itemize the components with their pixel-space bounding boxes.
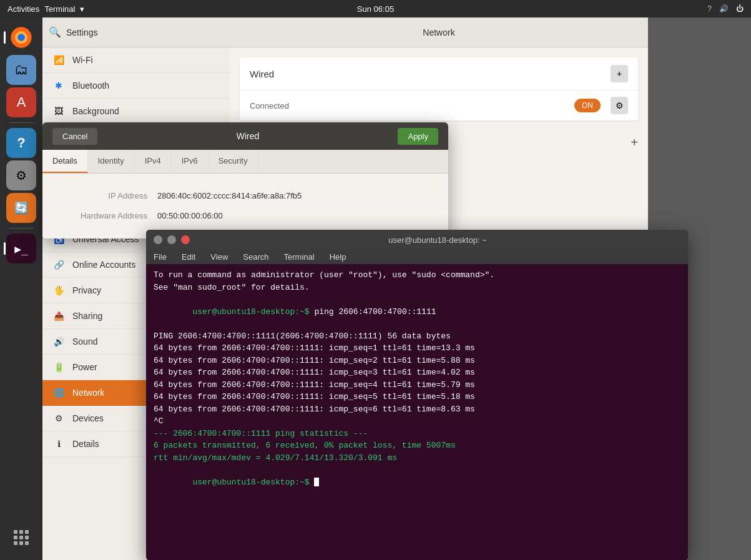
power-icon[interactable]: ⏻ [736, 4, 744, 13]
tab-ipv4[interactable]: IPv4 [135, 150, 172, 173]
power-label: Power [72, 362, 97, 372]
terminal-cursor [314, 478, 319, 486]
desktop: 🗂 A ? ⚙ 🔄 ▶_ [0, 17, 751, 560]
wired-status: Connected [250, 101, 289, 111]
terminal-ping-1: 64 bytes from 2606:4700:4700::1111: icmp… [154, 342, 680, 355]
dock-item-firefox[interactable] [6, 22, 36, 52]
dock-item-settings[interactable]: ⚙ [6, 160, 36, 190]
network-header: Network [230, 17, 648, 47]
terminal-menu: File Edit View Search Terminal Help [146, 250, 688, 264]
wired-toggle[interactable]: ON [574, 99, 601, 112]
terminal-ping-header: PING 2606:4700:4700::1111(2606:4700:4700… [154, 330, 680, 343]
dock-item-updates[interactable]: 🔄 [6, 193, 36, 223]
help-icon[interactable]: ? [707, 4, 712, 13]
network-label: Network [72, 388, 104, 398]
dock-separator-2 [9, 228, 34, 228]
terminal-menu-search[interactable]: Search [240, 251, 271, 263]
terminal-command-line: user@ubuntu18-desktop:~$ ping 2606:4700:… [154, 293, 680, 330]
network-title: Network [423, 27, 454, 37]
dock-apps-button[interactable] [6, 523, 36, 553]
hardware-address-value: 00:50:00:00:06:00 [157, 211, 223, 220]
tab-ipv6[interactable]: IPv6 [172, 150, 209, 173]
tab-identity[interactable]: Identity [88, 150, 135, 173]
settings-item-bluetooth[interactable]: ✱ Bluetooth [42, 73, 230, 99]
dock-item-help[interactable]: ? [6, 128, 36, 158]
wifi-icon: 📶 [52, 54, 65, 66]
terminal-menu-edit[interactable]: Edit [179, 251, 198, 263]
terminal-ctrl-c: ^C [154, 415, 680, 428]
wired-section: Wired + Connected ON ⚙ [240, 57, 638, 120]
terminal-menu-help[interactable]: Help [327, 251, 349, 263]
online-label: Online Accounts [72, 260, 135, 270]
clock: Sun 06:05 [357, 4, 394, 14]
terminal-dropdown-icon[interactable]: ▾ [80, 4, 84, 14]
settings-item-background[interactable]: 🖼 Background [42, 99, 230, 124]
top-bar: Activities Terminal ▾ Sun 06:05 ? 🔊 ⏻ [0, 0, 751, 17]
dock-separator-1 [9, 122, 34, 123]
background-label: Background [72, 106, 119, 116]
terminal-sudo-note: To run a command as administrator (user … [154, 269, 680, 282]
settings-header: 🔍 Settings [42, 17, 230, 47]
terminal-final-prompt: user@ubuntu18-desktop:~$ [192, 478, 309, 487]
details-label: Details [72, 439, 99, 449]
settings-search-icon[interactable]: 🔍 [49, 26, 61, 38]
wired-section-title: Wired [250, 69, 274, 79]
terminal-close-button[interactable] [181, 235, 190, 244]
top-bar-left: Activities Terminal ▾ [7, 4, 84, 14]
sharing-label: Sharing [72, 311, 102, 321]
terminal-menu-view[interactable]: View [208, 251, 230, 263]
dock-item-appstore[interactable]: A [6, 87, 36, 117]
dialog-content: IP Address 2806:40c:6002:cccc:8414:a6fe:… [42, 174, 448, 238]
terminal-menu-file[interactable]: File [151, 251, 169, 263]
terminal-label[interactable]: Terminal [44, 4, 75, 14]
terminal-ping-5: 64 bytes from 2606:4700:4700::1111: icmp… [154, 391, 680, 403]
dialog-tabs: Details Identity IPv4 IPv6 Security [42, 150, 448, 174]
wired-add-button[interactable]: + [611, 65, 628, 82]
power-icon-si: 🔋 [52, 361, 65, 373]
wired-header: Wired + [240, 57, 638, 91]
wired-status-row: Connected ON ⚙ [240, 91, 638, 120]
online-icon: 🔗 [52, 258, 65, 271]
devices-icon: ⚙ [52, 412, 65, 425]
terminal-final-prompt-line: user@ubuntu18-desktop:~$ [154, 464, 680, 501]
bluetooth-label: Bluetooth [72, 81, 109, 91]
ip-address-label: IP Address [57, 191, 157, 200]
privacy-icon: 🖐 [52, 284, 65, 297]
ip-address-value: 2806:40c:6002:cccc:8414:a6fe:a8a:7fb5 [157, 191, 302, 200]
sharing-icon: 📤 [52, 310, 65, 322]
terminal-ping-3: 64 bytes from 2606:4700:4700::1111: icmp… [154, 366, 680, 379]
dialog-title: Wired [237, 131, 260, 141]
terminal-body[interactable]: To run a command as administrator (user … [146, 264, 688, 555]
sound-icon-si: 🔊 [52, 335, 65, 348]
details-icon: ℹ [52, 438, 65, 450]
terminal-ping-2: 64 bytes from 2606:4700:4700::1111: icmp… [154, 355, 680, 367]
activities-label[interactable]: Activities [7, 4, 39, 14]
terminal-sudo-note2: See "man sudo_root" for details. [154, 282, 680, 294]
devices-label: Devices [72, 413, 104, 423]
settings-item-wifi[interactable]: 📶 Wi-Fi [42, 47, 230, 73]
privacy-label: Privacy [72, 285, 101, 295]
dock: 🗂 A ? ⚙ 🔄 ▶_ [0, 17, 42, 560]
dialog-cancel-button[interactable]: Cancel [52, 128, 97, 145]
hardware-address-row: Hardware Address 00:50:00:00:06:00 [57, 206, 433, 226]
dock-item-terminal[interactable]: ▶_ [6, 233, 36, 263]
wired-dialog: Cancel Wired Apply Details Identity IPv4… [42, 122, 448, 238]
top-bar-right: ? 🔊 ⏻ [707, 4, 744, 13]
tab-security[interactable]: Security [209, 150, 258, 173]
settings-header-title: Settings [66, 27, 98, 37]
sound-icon[interactable]: 🔊 [719, 4, 729, 13]
terminal-minimize-button[interactable] [154, 235, 162, 244]
network-icon: 🌐 [52, 386, 65, 399]
terminal-maximize-button[interactable] [167, 235, 176, 244]
terminal-menu-terminal[interactable]: Terminal [282, 251, 317, 263]
ip-address-row: IP Address 2806:40c:6002:cccc:8414:a6fe:… [57, 186, 433, 206]
add-network-button[interactable]: + [631, 135, 638, 150]
dock-item-files[interactable]: 🗂 [6, 55, 36, 85]
terminal-stats-header: --- 2606:4700:4700::1111 ping statistics… [154, 428, 680, 440]
dialog-header: Cancel Wired Apply [42, 122, 448, 150]
wired-settings-button[interactable]: ⚙ [611, 97, 628, 114]
tab-details[interactable]: Details [42, 150, 88, 173]
svg-point-2 [17, 34, 25, 41]
wired-controls: ON ⚙ [574, 97, 628, 114]
dialog-apply-button[interactable]: Apply [398, 128, 438, 145]
